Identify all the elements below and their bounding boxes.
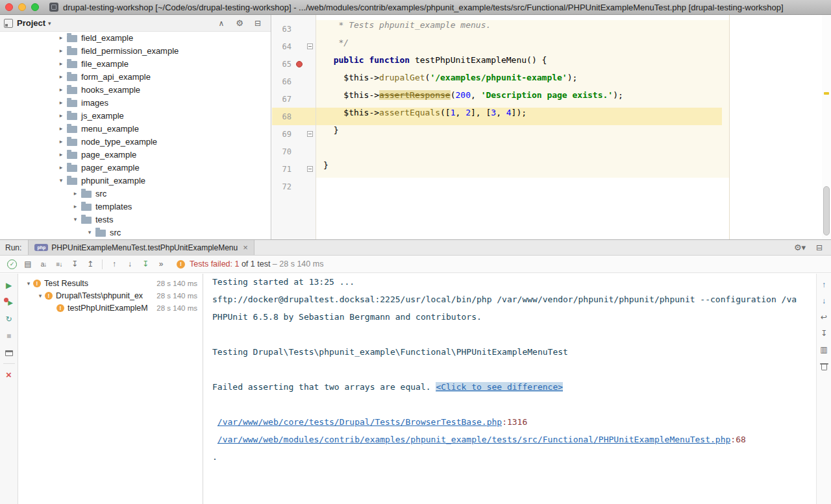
fold-marker-icon[interactable]: [307, 166, 313, 172]
fold-marker-icon[interactable]: [307, 43, 313, 49]
import-test-results-button[interactable]: ↧: [138, 258, 153, 270]
project-item-phpunit_example[interactable]: ▾phpunit_example: [0, 174, 271, 187]
code-line-69[interactable]: }: [316, 125, 822, 143]
chevron-right-icon[interactable]: ▸: [57, 34, 65, 41]
zoom-window-button[interactable]: [31, 3, 39, 11]
run-tab[interactable]: php PHPUnitExampleMenuTest.testPhpUnitEx…: [28, 240, 254, 255]
test-tree-row[interactable]: !testPhpUnitExampleM28 s 140 ms: [19, 302, 203, 314]
close-button[interactable]: ×: [2, 368, 16, 381]
gutter-row-72[interactable]: 72: [272, 178, 316, 195]
code-line-63[interactable]: * Tests phpunit_example menus.: [316, 20, 822, 38]
scroll-to-end-button[interactable]: ↧: [818, 328, 830, 339]
gutter-row-66[interactable]: 66: [272, 73, 316, 90]
chevron-right-icon[interactable]: ▸: [57, 151, 65, 158]
chevron-down-icon[interactable]: ▾: [48, 20, 51, 27]
console-link[interactable]: /var/www/web/modules/contrib/examples/ph…: [217, 435, 731, 444]
project-item-file_example[interactable]: ▸file_example: [0, 57, 271, 70]
code-area[interactable]: * Tests phpunit_example menus. */ public…: [316, 15, 822, 239]
chevron-down-icon[interactable]: ▾: [36, 293, 45, 299]
code-lines[interactable]: * Tests phpunit_example menus. */ public…: [316, 20, 822, 195]
gutter-row-64[interactable]: 64: [272, 38, 316, 55]
gutter-row-69[interactable]: 69: [272, 125, 316, 143]
chevron-right-icon[interactable]: ▸: [57, 112, 65, 119]
titlebar[interactable]: drupal-testing-workshop [~/Code/os/drupa…: [0, 0, 831, 15]
gutter-row-67[interactable]: 67: [272, 90, 316, 108]
chevron-right-icon[interactable]: ▸: [57, 125, 65, 132]
close-window-button[interactable]: [5, 3, 13, 11]
chevron-right-icon[interactable]: ▸: [57, 86, 65, 93]
hide-panel-button[interactable]: ⊟: [250, 17, 266, 30]
project-item-src[interactable]: ▾src: [0, 226, 271, 239]
project-item-field_example[interactable]: ▸field_example: [0, 31, 271, 44]
minimize-window-button[interactable]: [18, 3, 26, 11]
print-button[interactable]: ▥: [818, 344, 830, 355]
chevron-right-icon[interactable]: ▸: [57, 73, 65, 80]
test-failed-gutter-icon[interactable]: [296, 61, 303, 67]
chevron-right-icon[interactable]: ▸: [57, 99, 65, 106]
code-line-72[interactable]: [316, 178, 822, 195]
gutter-row-68[interactable]: 68: [272, 108, 316, 125]
restore-layout-button[interactable]: [2, 346, 16, 359]
chevron-right-icon[interactable]: ▸: [57, 164, 65, 171]
console-link[interactable]: <Click to see difference>: [436, 382, 563, 392]
more-actions-chevron[interactable]: »: [153, 258, 169, 270]
down-stack-trace-button[interactable]: ↓: [818, 295, 830, 307]
chevron-down-icon[interactable]: ▾: [57, 177, 65, 184]
close-tab-icon[interactable]: ×: [243, 243, 248, 252]
project-item-js_example[interactable]: ▸js_example: [0, 109, 271, 122]
code-line-65[interactable]: public function testPhpUnitExampleMenu()…: [316, 55, 822, 73]
project-item-pager_example[interactable]: ▸pager_example: [0, 161, 271, 174]
project-item-src[interactable]: ▸src: [0, 187, 271, 200]
project-item-hooks_example[interactable]: ▸hooks_example: [0, 83, 271, 96]
console-link[interactable]: /var/www/web/core/tests/Drupal/Tests/Bro…: [217, 417, 502, 427]
collapse-all-button[interactable]: ↥: [82, 258, 98, 270]
chevron-right-icon[interactable]: ▸: [57, 60, 65, 67]
chevron-right-icon[interactable]: ▸: [57, 138, 65, 145]
chevron-right-icon[interactable]: ▸: [57, 47, 65, 54]
chevron-down-icon[interactable]: ▾: [24, 280, 33, 287]
test-tree-row[interactable]: ▾!Test Results28 s 140 ms: [19, 277, 203, 289]
gutter-row-70[interactable]: 70: [272, 143, 316, 160]
code-line-67[interactable]: $this->assertResponse(200, 'Description …: [316, 90, 822, 108]
next-failed-test-button[interactable]: ↓: [122, 258, 138, 270]
collapse-all-button[interactable]: ∧: [214, 17, 229, 30]
toggle-auto-test-button[interactable]: ↻: [2, 313, 16, 326]
editor-scrollbar[interactable]: [822, 15, 831, 239]
code-editor[interactable]: 63646566676869707172 * Tests phpunit_exa…: [272, 15, 831, 239]
expand-all-button[interactable]: ↧: [67, 258, 82, 270]
project-item-tests[interactable]: ▾tests: [0, 213, 271, 226]
code-line-70[interactable]: [316, 143, 822, 160]
code-line-66[interactable]: $this->drupalGet('/examples/phpunit-exam…: [316, 73, 822, 90]
up-stack-trace-button[interactable]: ↑: [818, 279, 830, 291]
rerun-failed-tests-button[interactable]: ▶: [2, 296, 16, 309]
settings-gear-icon[interactable]: ⚙▾: [792, 241, 808, 254]
hide-window-button[interactable]: ⊟: [812, 241, 827, 254]
clear-all-button[interactable]: [818, 360, 830, 372]
sort-by-duration-toggle[interactable]: ≡↓: [51, 258, 67, 270]
chevron-down-icon[interactable]: ▾: [86, 229, 93, 235]
code-line-64[interactable]: */: [316, 38, 822, 55]
project-item-field_permission_example[interactable]: ▸field_permission_example: [0, 44, 271, 57]
project-item-node_type_example[interactable]: ▸node_type_example: [0, 135, 271, 148]
show-passed-toggle[interactable]: ✓: [7, 259, 17, 269]
project-item-images[interactable]: ▸images: [0, 96, 271, 109]
rerun-button[interactable]: ▶: [2, 279, 16, 292]
code-line-71[interactable]: }: [316, 160, 822, 178]
test-tree-row[interactable]: ▾!Drupal\Tests\phpunit_ex28 s 140 ms: [19, 289, 203, 302]
project-item-menu_example[interactable]: ▸menu_example: [0, 122, 271, 135]
project-item-templates[interactable]: ▸templates: [0, 200, 271, 213]
chevron-down-icon[interactable]: ▾: [71, 216, 79, 222]
gutter-row-71[interactable]: 71: [272, 160, 316, 178]
sort-alphabetically-toggle[interactable]: a↓: [36, 258, 51, 270]
code-line-68[interactable]: $this->assertEquals([1, 2], [3, 4]);: [316, 108, 722, 125]
previous-failed-test-button[interactable]: ↑: [106, 258, 122, 270]
project-item-form_api_example[interactable]: ▸form_api_example: [0, 70, 271, 83]
stop-button[interactable]: ■: [2, 330, 16, 342]
gutter-row-65[interactable]: 65: [272, 55, 316, 73]
settings-gear-icon[interactable]: ⚙: [232, 17, 247, 30]
show-console-toggle[interactable]: ▤: [20, 258, 36, 270]
chevron-right-icon[interactable]: ▸: [71, 203, 79, 210]
warning-stripe-mark[interactable]: [824, 92, 829, 95]
soft-wrap-toggle[interactable]: ↩: [818, 311, 830, 323]
gutter-row-63[interactable]: 63: [272, 20, 316, 38]
